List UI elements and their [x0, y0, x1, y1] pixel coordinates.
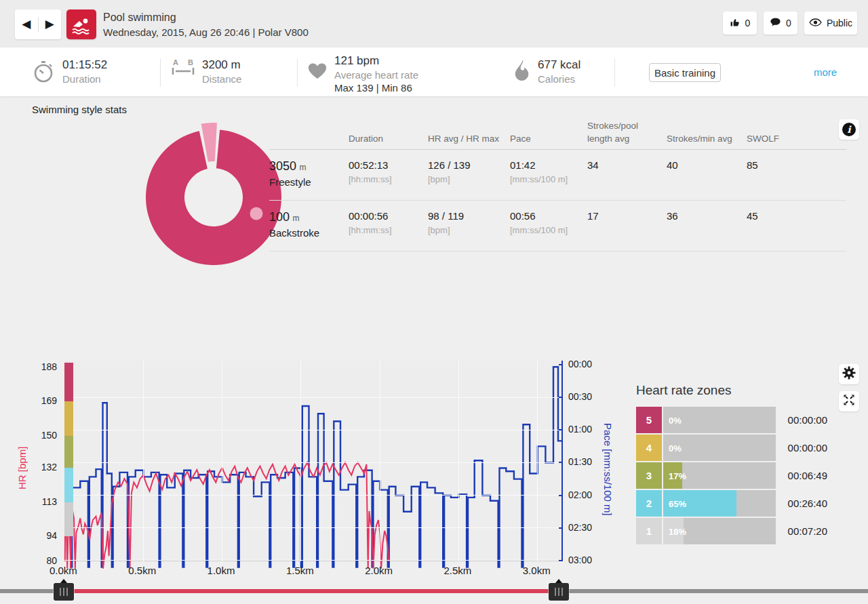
style-name: Backstroke: [269, 227, 349, 239]
zone-number: 3: [636, 462, 662, 489]
swim-table-row: 3050 mFreestyle00:52:13[hh:mm:ss]126 / 1…: [269, 150, 846, 201]
pace-tick-mark: [559, 527, 563, 529]
swim-table-cell: 01:42[mm:ss/100 m]: [510, 159, 587, 188]
pace-tick-mark: [559, 462, 563, 463]
hr-minmax: Max 139 | Min 86: [334, 82, 418, 94]
swim-table-column-header: SWOLF: [747, 119, 846, 149]
zone-time-label: 00:26:40: [788, 498, 827, 509]
chart-range-slider[interactable]: [0, 578, 868, 604]
like-button[interactable]: 0: [723, 12, 757, 35]
hr-zone-row: 50%00:00:00: [636, 407, 827, 433]
swim-style-table: DurationHR avg / HR maxPaceStrokes/pooll…: [269, 119, 846, 251]
comment-button[interactable]: 0: [764, 12, 797, 35]
eye-icon: [809, 18, 822, 29]
gridline-h: [64, 495, 563, 496]
column-header-line2: Pace: [510, 132, 587, 145]
column-header-line2: HR avg / HR max: [428, 132, 510, 145]
zone-percent-label: 0%: [669, 415, 682, 425]
heart-rate-zones-title: Heart rate zones: [636, 383, 827, 398]
zone-number: 5: [636, 407, 662, 433]
distance-tick-label: 2.0km: [365, 565, 393, 576]
duration-summary: 01:15:52 Duration: [33, 58, 107, 86]
more-link[interactable]: more: [814, 66, 837, 78]
swim-table-column-header: HR avg / HR max: [428, 119, 510, 149]
slider-handle-right[interactable]: [549, 583, 569, 601]
heart-icon: [308, 62, 327, 94]
prev-session-arrow-icon[interactable]: ◀: [15, 9, 38, 39]
zone-bar: 65%: [663, 490, 776, 517]
divider: [614, 58, 615, 87]
column-header-line2: SWOLF: [747, 132, 846, 145]
gridline-v: [537, 361, 538, 561]
distance-label: Distance: [202, 73, 241, 85]
swim-table-cell: 126 / 139[bpm]: [428, 159, 510, 188]
distance-tick-label: 3.0km: [523, 565, 551, 576]
chart-plot-area[interactable]: [64, 361, 563, 561]
summary-bar: 01:15:52 Duration AB 3200 m Distance: [0, 47, 868, 96]
distance-value: 3200 m: [202, 58, 241, 72]
pace-tick-label: 03:00: [568, 555, 592, 565]
swim-table-header-row: DurationHR avg / HR maxPaceStrokes/pooll…: [269, 119, 846, 150]
pace-tick-label: 01:30: [568, 456, 592, 467]
fullscreen-button[interactable]: [839, 391, 859, 411]
style-distance-cell: 3050 mFreestyle: [269, 159, 349, 188]
calories-value: 677 kcal: [538, 58, 580, 72]
zone-bar: 0%: [663, 435, 776, 461]
hr-pace-chart[interactable]: HR [bpm] Pace [mm:ss/100 m] 00:0000:3001…: [0, 353, 634, 590]
swim-table-cell: 34: [587, 159, 667, 188]
swim-table-cell: 00:52:13[hh:mm:ss]: [349, 159, 428, 188]
style-distance-unit: m: [300, 163, 307, 172]
swim-table-cell: 40: [667, 159, 747, 188]
zone-time-label: 00:00:00: [788, 442, 827, 454]
zone-percent-label: 18%: [669, 526, 686, 536]
column-header-line2: Duration: [349, 132, 428, 145]
zone-percent-label: 17%: [669, 470, 686, 481]
hr-zone-row: 265%00:26:40: [636, 490, 827, 517]
pace-tick-mark: [559, 560, 563, 561]
column-header-line2: Strokes/min avg: [667, 132, 747, 145]
hr-zone-band-segment: [64, 502, 73, 536]
slider-handle-left[interactable]: [54, 583, 74, 601]
next-session-arrow-icon[interactable]: ▶: [39, 9, 62, 39]
gridline-h: [64, 527, 563, 528]
gridline-v: [458, 361, 459, 561]
pace-tick-label: 02:30: [568, 522, 592, 533]
pace-tick-mark: [559, 429, 563, 430]
hr-tick-label: 150: [23, 430, 57, 441]
pace-tick-mark: [559, 364, 563, 365]
style-distance: 3050: [269, 159, 296, 173]
stopwatch-icon: [33, 60, 54, 86]
pace-axis-title: Pace [mm:ss/100 m]: [602, 401, 614, 537]
column-header-line2: length avg: [587, 132, 667, 145]
hr-zone-band-segment: [64, 401, 73, 435]
swim-table-cell: 85: [747, 159, 846, 188]
distance-a-b-icon: AB: [171, 58, 195, 85]
zone-time-label: 00:06:49: [788, 470, 827, 481]
session-datetime: Wednesday, 2015, Aug 26 20:46 | Polar V8…: [103, 26, 309, 38]
style-distance-unit: m: [293, 214, 300, 223]
hr-zone-band-segment: [64, 436, 73, 468]
training-type-button[interactable]: Basic training: [649, 63, 721, 82]
calories-summary: 677 kcal Calories: [514, 58, 580, 85]
hr-tick-label: 94: [23, 530, 57, 541]
chart-settings-button[interactable]: [839, 364, 859, 384]
hr-tick-label: 113: [23, 496, 57, 507]
flame-icon: [514, 60, 530, 85]
style-name: Freestyle: [269, 176, 349, 188]
duration-value: 01:15:52: [62, 58, 107, 72]
column-header-line1: Strokes/pool: [587, 119, 667, 132]
hr-zone-row: 317%00:06:49: [636, 462, 827, 489]
gridline-v: [222, 361, 222, 561]
divider: [160, 58, 161, 87]
swim-table-cell: 17: [587, 210, 667, 239]
swim-style-donut-chart[interactable]: [139, 123, 288, 272]
hr-tick-label: 169: [23, 395, 57, 406]
style-distance-cell: 100 mBackstroke: [269, 210, 349, 239]
gridline-h: [64, 397, 563, 398]
hr-tick-label: 80: [23, 555, 57, 566]
pace-tick-label: 00:30: [568, 391, 592, 402]
distance-tick-label: 0.5km: [128, 565, 156, 576]
slider-selected-range: [64, 589, 559, 593]
pace-tick-mark: [559, 495, 563, 496]
visibility-button[interactable]: Public: [804, 12, 857, 35]
